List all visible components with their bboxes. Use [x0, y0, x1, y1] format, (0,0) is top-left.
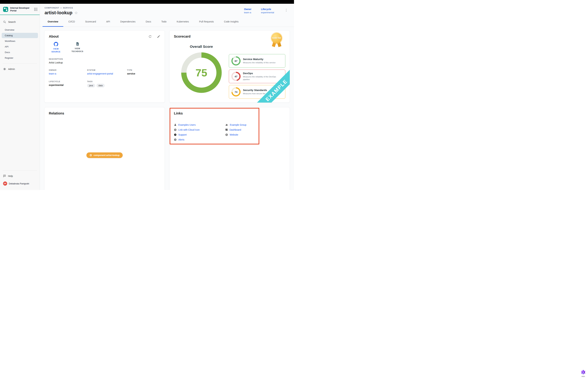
- user-icon: [174, 123, 177, 126]
- view-source-label: VIEW SOURCE: [49, 47, 63, 53]
- avatar: DP: [3, 182, 7, 186]
- portal-logo-icon: [3, 6, 8, 12]
- system-field: SYSTEM artist-engagement-portal: [87, 69, 127, 75]
- more-options-icon[interactable]: ⋮: [284, 8, 289, 12]
- sidebar-nav: Overview Catalog Workflows API Docs Regi…: [0, 27, 40, 61]
- help-chat-icon: [3, 174, 6, 177]
- apps-grid-icon[interactable]: [34, 8, 37, 11]
- link-support[interactable]: ? Support: [174, 133, 225, 136]
- owner-meta: Owner team-a: [244, 8, 251, 14]
- sidebar-divider-bottom: [3, 170, 37, 171]
- portal-title: Internal Developer Portal: [10, 7, 30, 12]
- view-techdocs-label: VIEW TECHDOCS: [70, 47, 85, 53]
- link-example-group[interactable]: Example Group: [225, 123, 279, 126]
- tab-pull-requests[interactable]: Pull Requests: [194, 17, 219, 27]
- metric-donut: 47: [231, 72, 241, 81]
- tab-scorecard[interactable]: Scorecard: [80, 17, 101, 27]
- tab-kubernetes[interactable]: Kubernetes: [172, 17, 194, 27]
- relations-title: Relations: [49, 112, 160, 115]
- sidebar-item-api[interactable]: API: [2, 44, 38, 49]
- sidebar-help-label: Help: [8, 175, 13, 177]
- gold-tier-badge: Gold Tier: [271, 33, 282, 43]
- relations-card: Relations component:artist-lookup: [44, 107, 165, 190]
- main-area: COMPONENT — SERVICE artist-lookup ☆ Owne…: [40, 4, 294, 190]
- github-icon: [54, 42, 58, 46]
- component-icon: [90, 154, 92, 156]
- techdocs-icon: [75, 42, 79, 46]
- tab-api[interactable]: API: [101, 17, 115, 27]
- group-icon: [225, 123, 228, 126]
- owner-link[interactable]: team-a: [49, 72, 87, 75]
- sidebar-item-workflows[interactable]: Workflows: [2, 38, 38, 44]
- owner-field: OWNER team-a: [49, 69, 87, 75]
- view-techdocs-button[interactable]: VIEW TECHDOCS: [70, 42, 85, 53]
- sidebar-item-catalog[interactable]: Catalog: [2, 33, 38, 38]
- links-card: Links Examples Users: [169, 107, 290, 190]
- sidebar-item-docs[interactable]: Docs: [2, 50, 38, 55]
- help-circle-icon: ?: [174, 133, 177, 136]
- lifecycle-value: experimental: [261, 11, 274, 14]
- overall-score-label: Overall Score: [190, 45, 213, 49]
- tab-docs[interactable]: Docs: [141, 17, 156, 27]
- lifecycle-label: Lifecycle: [261, 8, 274, 11]
- sidebar-search-label: Search: [8, 20, 16, 23]
- type-field: TYPE service: [127, 69, 160, 75]
- svg-text:?: ?: [175, 134, 176, 135]
- favorite-star-icon[interactable]: ☆: [75, 11, 78, 15]
- globe-icon: [225, 133, 228, 136]
- globe-icon: [174, 138, 177, 141]
- sidebar-search[interactable]: Search: [0, 19, 40, 25]
- tab-overview[interactable]: Overview: [42, 17, 63, 27]
- link-with-cloud-icon[interactable]: Link with Cloud Icon: [174, 128, 225, 131]
- user-name: Debabrata Panigrahi: [9, 182, 29, 185]
- sidebar-divider: [3, 63, 37, 63]
- tab-dependencies[interactable]: Dependencies: [115, 17, 141, 27]
- metric-donut: 74: [231, 87, 241, 96]
- link-dashboard[interactable]: Dashboard: [225, 128, 279, 131]
- gear-icon: [3, 68, 6, 71]
- scorecard-card: Scorecard Gold Tier Overall Score 75: [169, 30, 290, 103]
- relations-node-label: component:artist-lookup: [94, 154, 120, 156]
- sidebar-item-register[interactable]: Register: [2, 55, 38, 60]
- about-title: About: [49, 35, 59, 38]
- owner-label: Owner: [244, 8, 251, 11]
- sidebar-item-overview[interactable]: Overview: [2, 27, 38, 33]
- links-title: Links: [174, 112, 285, 115]
- sidebar-item-help[interactable]: Help: [0, 173, 40, 179]
- tag-chip[interactable]: java: [87, 84, 95, 87]
- search-icon: [3, 20, 6, 23]
- metric-devops[interactable]: 47 DevOps Measures the reliability of th…: [229, 70, 285, 83]
- sidebar-item-admin[interactable]: Admin: [0, 66, 40, 72]
- link-examples-users[interactable]: Examples Users: [174, 123, 225, 126]
- tags-field: TAGS java data: [87, 80, 127, 87]
- edit-icon[interactable]: [157, 35, 160, 38]
- overall-score-donut: 75: [181, 52, 222, 93]
- refresh-icon[interactable]: [148, 35, 152, 38]
- tag-chip[interactable]: data: [96, 84, 105, 87]
- tab-todo[interactable]: Todo: [156, 17, 171, 27]
- owner-value-link[interactable]: team-a: [244, 11, 251, 14]
- link-alerts[interactable]: Alerts: [174, 138, 225, 141]
- view-source-button[interactable]: VIEW SOURCE: [49, 42, 63, 53]
- description-label: DESCRIPTION: [49, 58, 160, 60]
- lifecycle-meta: Lifecycle experimental: [261, 8, 274, 14]
- entity-header: COMPONENT — SERVICE artist-lookup ☆ Owne…: [40, 4, 294, 17]
- gold-tier-badge-label: Gold Tier: [271, 33, 282, 43]
- sidebar-logo-row: Internal Developer Portal: [0, 4, 40, 15]
- globe-icon: [174, 128, 177, 131]
- overall-score-value: 75: [181, 52, 222, 93]
- system-link[interactable]: artist-engagement-portal: [87, 72, 127, 75]
- tab-code-insights[interactable]: Code Insights: [219, 17, 244, 27]
- page-title: artist-lookup: [45, 10, 73, 16]
- entity-kind-eyebrow: COMPONENT — SERVICE: [45, 7, 78, 9]
- user-profile[interactable]: DP Debabrata Panigrahi: [0, 179, 40, 190]
- sidebar: Internal Developer Portal Search Overvie…: [0, 4, 40, 190]
- link-website[interactable]: Website: [225, 133, 279, 136]
- metric-service-maturity[interactable]: 87 Service Maturity Measures the reliabi…: [229, 54, 285, 68]
- system-top-bar: [0, 0, 294, 4]
- tab-cicd[interactable]: CI/CD: [63, 17, 80, 27]
- metric-donut: 87: [231, 56, 241, 65]
- relations-node-pill[interactable]: component:artist-lookup: [86, 152, 123, 158]
- dashboard-icon: [225, 128, 228, 131]
- sidebar-admin-label: Admin: [8, 68, 15, 70]
